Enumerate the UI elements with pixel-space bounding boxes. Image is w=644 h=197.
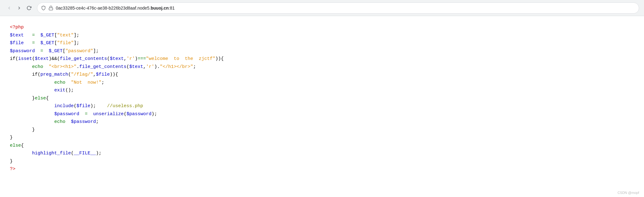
code-display: <?php $text = $_GET["text"]; $file = $_G… [0, 16, 644, 197]
code-line-11: include($file); //useless.php [10, 102, 634, 110]
forward-button[interactable] [15, 4, 23, 12]
code-line-13: echo $password; [10, 118, 634, 126]
code-line-4: $password = $_GET["password"]; [10, 47, 634, 55]
code-line-5: if(isset($text)&&(file_get_contents($tex… [10, 55, 634, 63]
code-line-18: } [10, 157, 634, 166]
svg-rect-0 [49, 8, 53, 10]
back-button[interactable] [5, 4, 14, 12]
code-line-1: <?php [10, 23, 634, 31]
code-line-17: highlight_file(__FILE__); [10, 149, 634, 157]
code-line-10: }else{ [10, 94, 634, 103]
code-line-8: echo "Not now!"; [10, 79, 634, 87]
reload-button[interactable] [25, 4, 33, 12]
code-line-2: $text = $_GET["text"]; [10, 31, 634, 40]
browser-chrome: 0ac33285-ce4c-476c-ae38-b226b23d8aaf.nod… [0, 0, 644, 16]
code-line-16: else{ [10, 142, 634, 150]
code-line-9: exit(); [10, 86, 634, 94]
code-line-12: $password = unserialize($password); [10, 110, 634, 118]
url-display: 0ac33285-ce4c-476c-ae38-b226b23d8aaf.nod… [56, 6, 635, 10]
address-bar[interactable]: 0ac33285-ce4c-476c-ae38-b226b23d8aaf.nod… [37, 2, 639, 14]
nav-buttons [5, 4, 33, 12]
code-line-7: if(preg_match("/flag/",$file)){ [10, 71, 634, 79]
code-line-14: } [10, 126, 634, 134]
shield-icon [41, 6, 46, 10]
code-line-19: ?> [10, 165, 634, 173]
code-line-15: } [10, 134, 634, 142]
code-line-3: $file = $_GET["file"]; [10, 39, 634, 47]
lock-icon [48, 6, 53, 10]
code-line-6: echo "<br><h1>".file_get_contents($text,… [10, 63, 634, 71]
csdn-watermark: CSDN @mopf [617, 191, 639, 195]
